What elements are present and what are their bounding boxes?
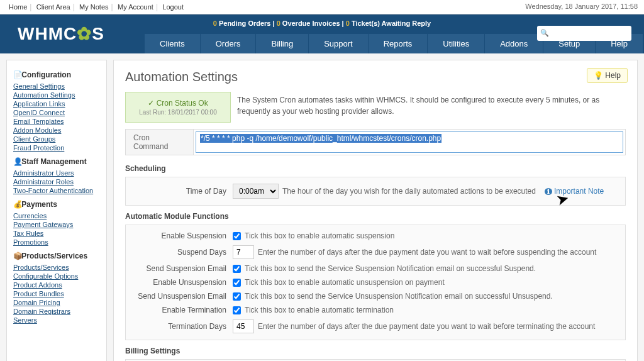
page-title: Automation Settings — [125, 70, 626, 84]
sidebar-item[interactable]: General Settings — [13, 82, 100, 91]
suspend-days-desc: Enter the number of days after the due p… — [258, 248, 596, 257]
sidebar-item[interactable]: Tax Rules — [13, 229, 100, 238]
help-button[interactable]: 💡 Help — [587, 68, 628, 83]
sidebar-item[interactable]: Client Groups — [13, 135, 100, 143]
sidebar-item[interactable]: Fraud Protection — [13, 143, 100, 152]
cron-status-box: ✓ Cron Status Ok Last Run: 18/01/2017 00… — [125, 92, 231, 123]
topnav-logout[interactable]: Logout — [160, 3, 186, 11]
enable-unsuspension-label: Enable Unsuspension — [132, 278, 233, 287]
sidebar-item[interactable]: Administrator Roles — [13, 177, 100, 186]
sidebar-item[interactable]: OpenID Connect — [13, 108, 100, 117]
search-icon: 🔍 — [540, 29, 549, 37]
cron-command-row: Cron Command */5 * * * * php -q /home/de… — [125, 129, 626, 155]
sidebar-item[interactable]: Configurable Options — [13, 272, 100, 280]
enable-termination-desc: Tick this box to enable automatic termin… — [245, 306, 394, 314]
enable-unsuspension-checkbox[interactable] — [233, 279, 241, 287]
sidebar-item[interactable]: Automation Settings — [13, 91, 100, 99]
suspend-days-label: Suspend Days — [132, 248, 233, 257]
sidebar-item[interactable]: Administrator Users — [13, 169, 100, 177]
unsuspension-email-checkbox[interactable] — [233, 292, 241, 301]
sidebar-item[interactable]: Promotions — [13, 238, 100, 247]
nav-reports[interactable]: Reports — [369, 34, 428, 53]
timeofday-label: Time of Day — [132, 187, 233, 196]
status-summary: 0 Pending Orders | 0 Overdue Invoices | … — [213, 19, 431, 27]
cron-lastrun: Last Run: 18/01/2017 00:00 — [136, 109, 220, 116]
topnav-mynotes[interactable]: My Notes — [77, 3, 111, 11]
auto-panel: Enable Suspension Tick this box to enabl… — [125, 225, 626, 340]
termination-days-desc: Enter the number of days after the due p… — [258, 322, 595, 331]
termination-days-input[interactable] — [233, 319, 254, 333]
sidebar-item[interactable]: Product Bundles — [13, 289, 100, 298]
nav-orders[interactable]: Orders — [201, 34, 257, 53]
sidebar-item[interactable]: Currencies — [13, 211, 100, 220]
topnav-myaccount[interactable]: My Account — [115, 3, 156, 11]
scheduling-header: Scheduling — [125, 164, 626, 173]
sidebar-staff-header: 👤 Staff Management — [13, 157, 100, 166]
enable-suspension-desc: Tick this box to enable automatic suspen… — [245, 231, 394, 240]
automatic-functions-header: Automatic Module Functions — [125, 212, 626, 221]
sidebar-item[interactable]: Application Links — [13, 99, 100, 108]
cron-status-ok: ✓ Cron Status Ok — [136, 99, 220, 108]
unsuspension-email-desc: Tick this box to send the Service Unsusp… — [245, 292, 553, 301]
enable-termination-checkbox[interactable] — [233, 306, 241, 314]
sidebar-item[interactable]: Servers — [13, 316, 100, 325]
main-content: Automation Settings 💡 Help ✓ Cron Status… — [113, 60, 638, 361]
sidebar-products-header: 📦 Products/Services — [13, 252, 100, 260]
cron-command-label: Cron Command — [126, 130, 194, 155]
nav-support[interactable]: Support — [309, 34, 369, 53]
header: WHMC✿S 0 Pending Orders | 0 Overdue Invo… — [0, 14, 644, 53]
nav-clients[interactable]: Clients — [145, 34, 201, 53]
sidebar-item[interactable]: Email Templates — [13, 117, 100, 126]
nav-billing[interactable]: Billing — [256, 34, 309, 53]
sidebar: 📄 Configuration General Settings Automat… — [6, 60, 107, 361]
sidebar-item[interactable]: Product Addons — [13, 280, 100, 289]
enable-termination-label: Enable Termination — [132, 306, 233, 314]
suspension-email-desc: Tick this box to send the Service Suspen… — [245, 264, 536, 273]
sidebar-item[interactable]: Domain Registrars — [13, 307, 100, 316]
sidebar-config-header: 📄 Configuration — [13, 70, 100, 79]
search-box: 🔍 — [537, 26, 631, 41]
cron-command-input[interactable]: */5 * * * * php -q /home/demowolf/public… — [196, 131, 623, 153]
datetime: Wednesday, 18 January 2017, 11:58 — [525, 3, 638, 11]
scheduling-panel: Time of Day 0:00am The hour of the day y… — [125, 177, 626, 206]
topnav-home[interactable]: Home — [6, 3, 30, 11]
gear-icon: ✿ — [77, 23, 92, 44]
enable-unsuspension-desc: Tick this box to enable automatic unsusp… — [245, 278, 445, 287]
important-note-link[interactable]: Important Note — [545, 187, 604, 196]
topbar: Home| Client Area| My Notes| My Account|… — [0, 0, 644, 14]
timeofday-desc: The hour of the day you wish for the dai… — [282, 187, 536, 196]
timeofday-select[interactable]: 0:00am — [233, 184, 279, 199]
enable-suspension-label: Enable Suspension — [132, 231, 233, 240]
sidebar-item[interactable]: Payment Gateways — [13, 220, 100, 229]
sidebar-item[interactable]: Addon Modules — [13, 126, 100, 135]
sidebar-item[interactable]: Two-Factor Authentication — [13, 186, 100, 195]
search-input[interactable] — [537, 26, 631, 41]
suspension-email-label: Send Suspension Email — [132, 264, 233, 273]
billing-settings-header: Billing Settings — [125, 347, 626, 355]
logo: WHMC✿S — [18, 23, 104, 44]
nav-addons[interactable]: Addons — [485, 34, 543, 53]
intro-text: The System Cron automates tasks within W… — [237, 92, 626, 123]
suspend-days-input[interactable] — [233, 245, 254, 259]
topnav-clientarea[interactable]: Client Area — [34, 3, 73, 11]
sidebar-payments-header: 💰 Payments — [13, 200, 100, 209]
sidebar-item[interactable]: Domain Pricing — [13, 298, 100, 307]
nav-utilities[interactable]: Utilities — [428, 34, 485, 53]
unsuspension-email-label: Send Unsuspension Email — [132, 292, 233, 301]
suspension-email-checkbox[interactable] — [233, 265, 241, 273]
sidebar-item[interactable]: Products/Services — [13, 263, 100, 272]
enable-suspension-checkbox[interactable] — [233, 232, 241, 240]
termination-days-label: Termination Days — [132, 322, 233, 331]
